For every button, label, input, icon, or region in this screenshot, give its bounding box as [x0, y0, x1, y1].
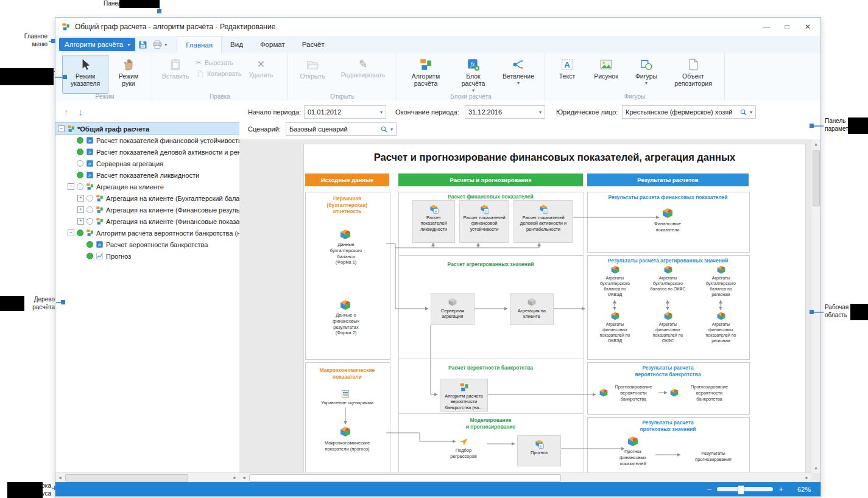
tree-expander[interactable]: +	[77, 206, 84, 213]
data-cube-icon	[627, 435, 639, 447]
aggregate-node[interactable]: Агрегаты бухгалтерского баланса по регио…	[694, 265, 747, 311]
cursor-icon	[79, 58, 92, 71]
zoom-slider-handle[interactable]	[738, 485, 744, 494]
save-button[interactable]	[135, 38, 150, 51]
tree-item[interactable]: Расчет вероятности банкротства	[55, 239, 239, 250]
tree-item[interactable]: + Агрегация на клиенте (Финансовые показ…	[55, 216, 239, 227]
aggregate-node[interactable]: Агрегаты бухгалтерского баланса по ОКФС	[641, 265, 694, 311]
print-button[interactable]	[150, 38, 164, 51]
client-agg-node[interactable]: Агрегация на клиенте	[510, 293, 554, 325]
tree-expander[interactable]: −	[58, 125, 65, 132]
pointer-mode-button[interactable]: Режим указателя	[62, 55, 108, 94]
copy-button[interactable]: Копировать	[196, 69, 242, 78]
aggregate-node[interactable]: Агрегаты финансовых показателей по регио…	[694, 311, 747, 357]
tree-item[interactable]: Расчет показателей финансовой устойчивос…	[55, 135, 239, 146]
chevron-down-icon[interactable]: ▾	[750, 110, 752, 115]
tree-item-label: Агрегация на клиенте (Финансовые показат…	[106, 218, 239, 225]
redaction-box	[0, 296, 24, 311]
ribbon-tab[interactable]: Формат	[252, 36, 294, 53]
flow-node-form2[interactable]: Данные о финансовых результатах (Форма 2…	[316, 312, 376, 336]
calc-block-button[interactable]: Блок расчёта ▾	[451, 55, 495, 94]
search-icon[interactable]	[739, 108, 747, 116]
picture-button[interactable]: Рисунок	[586, 55, 626, 94]
tree-item[interactable]: + Агрегация на клиенте (Бухгалтерский ба…	[55, 192, 239, 204]
chevron-down-icon[interactable]: ▾	[390, 127, 393, 132]
open-button[interactable]: Открыть	[292, 55, 333, 94]
tree-expander[interactable]: +	[77, 218, 84, 225]
ribbon-tab[interactable]: Вид	[222, 36, 252, 53]
tree-item-label: Расчет показателей финансовой устойчивос…	[96, 137, 239, 144]
tree-item[interactable]: Расчет показателей деловой активности и …	[55, 146, 239, 158]
flow-node-scenarios[interactable]: Управление сценариями	[312, 400, 382, 406]
aggregate-node[interactable]: Агрегаты бухгалтерского баланса по ОКВЭД	[588, 265, 641, 311]
scroll-thumb[interactable]	[65, 474, 188, 482]
flow-node-fin-indicators[interactable]: Финансовые показатели	[640, 221, 695, 233]
flow-node-forecast-results[interactable]: Результаты прогнозирования	[683, 451, 744, 463]
move-up-button[interactable]: ↑	[64, 107, 69, 117]
tree-item[interactable]: Прогноз	[55, 250, 239, 262]
scroll-left-arrow[interactable]: ◂	[55, 473, 65, 482]
text-button[interactable]: Текст	[549, 55, 585, 94]
diagram-canvas[interactable]: Расчет и прогнозирование финансовых пока…	[303, 144, 806, 474]
period-start-combo[interactable]: 01.01.2012 ▾	[304, 105, 386, 119]
data-cube-icon	[610, 265, 620, 275]
tree-item[interactable]: Расчет показателей ликвидности	[55, 169, 239, 181]
period-end-combo[interactable]: 31.12.2016 ▾	[465, 105, 545, 119]
zoom-in-button[interactable]: +	[778, 485, 783, 494]
scroll-thumb[interactable]	[813, 150, 820, 206]
ribbon-tab[interactable]: Главная	[177, 36, 222, 53]
print-icon	[152, 40, 163, 50]
hand-mode-button[interactable]: Режим руки	[110, 55, 147, 94]
tree-expander[interactable]: +	[77, 195, 84, 202]
branching-button[interactable]: Ветвление ▾	[496, 55, 540, 94]
search-icon[interactable]	[380, 125, 388, 133]
flow-node-form1[interactable]: Данные бухгалтерского баланса (Форма 1)	[316, 242, 376, 265]
scroll-right-arrow[interactable]: ▸	[230, 473, 239, 482]
chevron-down-icon[interactable]: ▾	[539, 110, 542, 115]
aggregate-node[interactable]: Агрегаты финансовых показателей по ОКФС	[641, 311, 694, 357]
repo-object-button[interactable]: Объект репозитория	[666, 55, 720, 94]
forecast-node[interactable]: Прогноз	[517, 435, 561, 466]
tree-expander[interactable]: −	[68, 183, 74, 190]
calc-block-node[interactable]: Расчет показателей финансовой устойчивос…	[459, 200, 509, 243]
minimize-button[interactable]: —	[756, 18, 777, 36]
workspace-hscrollbar[interactable]: ◂ ▸	[239, 472, 811, 482]
legal-entity-combo[interactable]: Крестьянское (фермерское) хозяй ▾	[622, 105, 756, 119]
chevron-down-icon[interactable]: ▾	[380, 110, 383, 115]
print-dropdown-caret[interactable]: ▾	[164, 42, 167, 47]
shapes-button[interactable]: Фигуры ▾	[627, 55, 665, 94]
tree-item[interactable]: Серверная агрегация	[55, 158, 239, 169]
scroll-thumb[interactable]	[249, 474, 561, 482]
algorithm-button[interactable]: Алгоритм расчёта	[401, 55, 450, 94]
move-down-button[interactable]: ↓	[79, 107, 83, 117]
calc-block-node[interactable]: Расчет показателей ликвидности	[412, 200, 455, 243]
maximize-button[interactable]: □	[777, 18, 797, 36]
calc-block-node[interactable]: Расчет показателей деловой активности и …	[513, 200, 573, 243]
scenario-combo[interactable]: Базовый сценарий ▾	[286, 122, 397, 136]
close-button[interactable]: ✕	[797, 18, 818, 36]
flow-node-regressors[interactable]: Подбор регрессоров	[442, 447, 485, 460]
flow-node-macro-forecast[interactable]: Макроэкономические показатели (прогноз)	[312, 440, 382, 452]
paste-button[interactable]: Вставить	[157, 55, 194, 94]
workspace-vscrollbar[interactable]: ▴ ▾	[811, 139, 820, 473]
tree-item[interactable]: − *Общий граф расчета	[55, 123, 239, 135]
app-menu-button[interactable]: Алгоритм расчёта ▾	[59, 38, 135, 51]
flow-node-forecast-fin[interactable]: Прогноз финансовых показателей	[612, 449, 654, 466]
flow-node-bankrupt-forecast-2[interactable]: Прогнозирование вероятности банкротства	[680, 384, 738, 402]
delete-button[interactable]: ✕ Удалить	[243, 55, 280, 94]
flow-node-bankrupt-forecast-1[interactable]: Прогнозирование вероятности банкротства	[610, 384, 657, 402]
cut-button[interactable]: ✂ Вырезать	[196, 58, 242, 67]
tree-item[interactable]: − Агрегация на клиенте	[55, 181, 239, 192]
server-agg-node[interactable]: Серверная агрегация	[431, 293, 475, 325]
ribbon-tab[interactable]: Расчёт	[294, 36, 333, 53]
tab-label: Формат	[260, 41, 285, 48]
bankrupt-algorithm-node[interactable]: Алгоритм расчета вероятности банкротства…	[440, 379, 488, 412]
aggregate-node[interactable]: Агрегаты финансовых показателей по ОКВЭД	[588, 311, 641, 357]
tree-item[interactable]: − Алгоритм расчёта вероятности банкротст…	[55, 227, 239, 239]
edit-block-button[interactable]: ✎ Редактировать	[334, 55, 392, 94]
zoom-out-button[interactable]: −	[707, 485, 712, 494]
tree-item[interactable]: + Агрегация на клиенте (Финансовые резул…	[55, 204, 239, 216]
zoom-slider[interactable]	[717, 487, 773, 491]
tree-expander[interactable]: −	[68, 230, 74, 236]
tree-hscrollbar[interactable]: ◂ ▸	[55, 472, 239, 482]
